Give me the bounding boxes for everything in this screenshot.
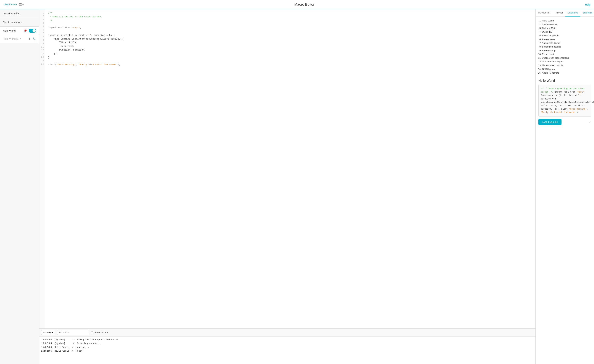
macro-controls-hello-world: 📌 [23, 29, 36, 33]
help-link[interactable]: Help [585, 3, 590, 6]
page-title: Macro Editor [294, 2, 314, 6]
console-output: 15:02:04 [system] > Using XAPI transport… [39, 337, 535, 364]
example-item-9[interactable]: Room reset [542, 52, 591, 56]
header-left: ‹ My Device ☰ ▾ [4, 2, 24, 6]
macro-controls-draft: ⬇ 🔧 [28, 37, 36, 41]
macro-pin-icon[interactable]: 📌 [23, 29, 27, 32]
macro-name-draft: Hello World (1) * [3, 37, 21, 40]
menu-button[interactable]: ☰ ▾ [19, 2, 24, 6]
example-detail: Hello World /** * Show a greeting on the… [536, 77, 594, 127]
header: ‹ My Device ☰ ▾ Macro Editor Help [0, 0, 594, 9]
macro-settings-icon[interactable]: 🔧 [32, 37, 36, 41]
example-item-7[interactable]: Scheduled actions [542, 45, 591, 49]
tab-tutorial[interactable]: Tutorial [553, 9, 565, 16]
examples-ordered-list: Hello WorldSwap monitorsCall and MuteQui… [538, 19, 591, 75]
example-item-11[interactable]: UI Extensions logger [542, 60, 591, 64]
console-toolbar: Severity ▾ Show history [39, 329, 535, 337]
example-item-14[interactable]: Apple TV remote [542, 71, 591, 75]
severity-button[interactable]: Severity ▾ [41, 330, 55, 335]
example-item-0[interactable]: Hello World [542, 19, 591, 23]
severity-label: Severity [43, 331, 52, 334]
macro-item-hello-world-draft[interactable]: Hello World (1) * ⬇ 🔧 [0, 35, 39, 43]
macro-item-hello-world[interactable]: Hello World 📌 [0, 26, 39, 35]
right-panel: Introduction Tutorial Examples Shortcuts… [535, 9, 594, 364]
show-history-text: Show history [94, 331, 108, 334]
back-arrow-icon: ‹ [4, 3, 4, 6]
expand-icon[interactable]: ⤢ [589, 120, 591, 123]
load-example-button[interactable]: Load Example [538, 119, 561, 125]
console-line-2: 15:02:04 [system] > Starting macros... [41, 342, 533, 345]
example-item-4[interactable]: Select language [542, 34, 591, 37]
example-item-5[interactable]: Auto Answer [542, 37, 591, 41]
device-name: My Device [5, 3, 17, 6]
macro-toggle-hello-world[interactable] [29, 29, 36, 33]
examples-list: Hello WorldSwap monitorsCall and MuteQui… [536, 17, 594, 77]
show-history-label[interactable]: Show history [91, 331, 108, 334]
console-line-3: 15:02:04 Hello World > Loading... [41, 345, 533, 349]
sidebar: Import from file... Create new macro Hel… [0, 9, 39, 364]
console-panel: Severity ▾ Show history 15:02:04 [system… [39, 329, 535, 364]
code-editor[interactable]: 12345 678910 1112131415 16 /** * Show a … [39, 9, 535, 329]
hamburger-icon: ☰ [19, 2, 22, 6]
severity-dropdown-arrow: ▾ [52, 331, 54, 334]
example-code-box: /** * Show a greeting on the video scree… [538, 85, 591, 117]
editor-area: 12345 678910 1112131415 16 /** * Show a … [39, 9, 535, 364]
code-content[interactable]: /** * Show a greeting on the video scree… [45, 9, 535, 328]
right-tabs: Introduction Tutorial Examples Shortcuts [536, 9, 594, 17]
import-from-file-button[interactable]: Import from file... [0, 9, 39, 18]
example-item-12[interactable]: Microphone controls [542, 64, 591, 67]
macro-name-hello-world: Hello World [3, 29, 16, 32]
example-item-3[interactable]: Quick dial [542, 30, 591, 34]
create-new-macro-button[interactable]: Create new macro [0, 18, 39, 26]
example-item-6[interactable]: Audio Safe Guard [542, 41, 591, 45]
console-line-4: 15:02:05 Hello World > Ready! [41, 349, 533, 353]
console-line-1: 15:02:04 [system] > Using XAPI transport… [41, 338, 533, 342]
tab-examples[interactable]: Examples [565, 9, 580, 16]
example-item-13[interactable]: GPIO button [542, 67, 591, 71]
toggle-knob [33, 29, 36, 32]
example-item-8[interactable]: Auto-wakeup [542, 49, 591, 52]
menu-dropdown-arrow: ▾ [22, 2, 24, 6]
main-layout: Import from file... Create new macro Hel… [0, 9, 594, 364]
line-numbers: 12345 678910 1112131415 16 [39, 9, 45, 328]
tab-introduction[interactable]: Introduction [536, 9, 553, 16]
example-item-10[interactable]: Dual screen presentations [542, 56, 591, 60]
tab-shortcuts[interactable]: Shortcuts [580, 9, 594, 16]
filter-input[interactable] [57, 330, 89, 335]
example-title: Hello World [538, 79, 591, 83]
macro-export-icon[interactable]: ⬇ [28, 37, 31, 41]
example-item-2[interactable]: Call and Mute [542, 26, 591, 30]
show-history-checkbox[interactable] [91, 331, 93, 334]
back-link[interactable]: ‹ My Device [4, 3, 17, 6]
example-item-1[interactable]: Swap monitors [542, 23, 591, 26]
